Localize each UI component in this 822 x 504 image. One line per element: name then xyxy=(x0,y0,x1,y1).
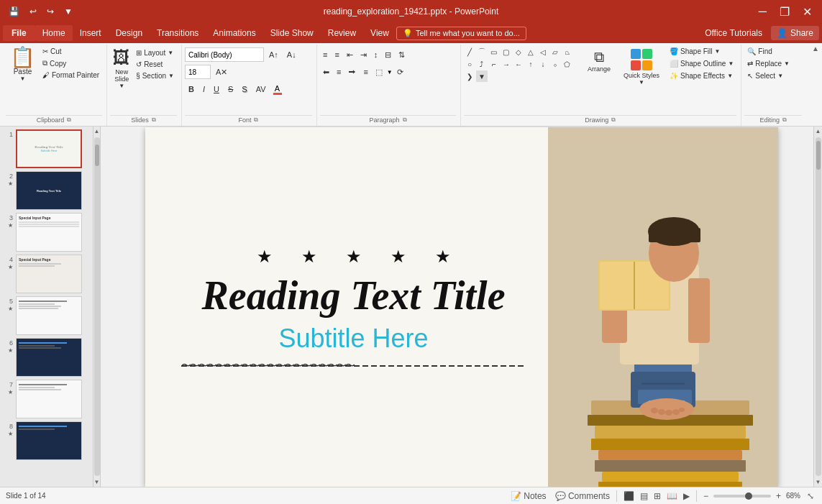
canvas-scroll-thumb[interactable] xyxy=(816,141,821,170)
text-direction-button[interactable]: ⇅ xyxy=(396,47,408,62)
minimize-button[interactable]: ─ xyxy=(754,4,771,19)
canvas-scroll-down[interactable]: ▼ xyxy=(814,477,822,487)
transitions-tab[interactable]: Transitions xyxy=(150,25,206,41)
new-slide-button[interactable]: 🖼 New Slide ▼ xyxy=(110,46,133,91)
quick-styles-button[interactable]: Quick Styles ▼ xyxy=(619,46,664,88)
scroll-down-arrow[interactable]: ▼ xyxy=(93,477,101,487)
slide-panel-scrollbar[interactable]: ▲ ▼ xyxy=(93,127,101,487)
layout-button[interactable]: ⊞ Layout ▼ xyxy=(133,47,177,58)
shape-fill-button[interactable]: 🪣 Shape Fill ▼ xyxy=(667,46,736,57)
chevron-shape[interactable]: ❯ xyxy=(464,70,475,82)
callout-shape[interactable]: ⬦ xyxy=(549,58,561,70)
char-spacing-button[interactable]: AV xyxy=(252,82,270,96)
drawing-label[interactable]: Drawing ⧉ xyxy=(464,115,736,124)
zoom-slider[interactable] xyxy=(713,495,771,498)
arrow-r[interactable]: → xyxy=(501,58,512,70)
canvas-scrollbar[interactable]: ▲ ▼ xyxy=(813,127,822,487)
outline-view-button[interactable]: ▤ xyxy=(638,490,650,502)
animations-tab[interactable]: Animations xyxy=(206,25,262,41)
reset-button[interactable]: ↺ Reset xyxy=(133,59,177,70)
arrow-d[interactable]: ↓ xyxy=(537,58,549,70)
slide-img-4[interactable]: Special Input Page xyxy=(16,255,82,293)
shape-outline-button[interactable]: ⬜ Shape Outline ▼ xyxy=(667,58,736,69)
slide-thumb-4[interactable]: 4★ Special Input Page xyxy=(4,255,88,293)
arrow-l[interactable]: ← xyxy=(513,58,524,70)
line-spacing-button[interactable]: ↕ xyxy=(371,47,381,62)
editing-expand-icon[interactable]: ⧉ xyxy=(782,116,787,124)
replace-button[interactable]: ⇄ Replace ▼ xyxy=(744,58,793,69)
zoom-slider-thumb[interactable] xyxy=(745,492,752,500)
align-left-button[interactable]: ⬅ xyxy=(320,65,332,79)
format-painter-button[interactable]: 🖌 Format Painter xyxy=(40,70,102,81)
zoom-in-button[interactable]: + xyxy=(774,490,783,502)
increase-font-button[interactable]: A↑ xyxy=(265,47,282,62)
slide-show-tab[interactable]: Slide Show xyxy=(263,25,321,41)
tell-me-input[interactable]: 💡 Tell me what you want to do... xyxy=(396,27,526,40)
paste-dropdown-icon[interactable]: ▼ xyxy=(20,75,26,82)
new-slide-dropdown-icon[interactable]: ▼ xyxy=(119,83,124,89)
slide-sorter-button[interactable]: ⊞ xyxy=(652,490,663,502)
justify-button[interactable]: ≡ xyxy=(360,65,370,79)
curve-shape[interactable]: ⌒ xyxy=(476,46,488,58)
select-button[interactable]: ↖ Select ▼ xyxy=(744,70,793,81)
slide-show-button[interactable]: ▶ xyxy=(681,490,692,502)
paragraph-label[interactable]: Paragraph ⧉ xyxy=(320,115,456,124)
find-button[interactable]: 🔍 Find xyxy=(744,46,793,57)
font-label[interactable]: Font ⧉ xyxy=(185,115,312,124)
trap-shape[interactable]: ⏢ xyxy=(562,46,573,58)
section-button[interactable]: § Section ▼ xyxy=(133,70,177,81)
convert-smartart-button[interactable]: ⟳ xyxy=(394,65,406,79)
slide-img-1[interactable]: Reading Text Title Subtitle Here xyxy=(16,129,82,168)
paste-button[interactable]: 📋 Paste ▼ xyxy=(6,46,40,83)
align-right-button[interactable]: ⮕ xyxy=(345,65,359,79)
triangle-shape[interactable]: △ xyxy=(525,46,536,58)
slide-panel[interactable]: 1 Reading Text Title Subtitle Here 2★ Re… xyxy=(0,127,93,487)
slide-img-7[interactable] xyxy=(16,380,82,418)
slide-thumb-2[interactable]: 2★ Reading Text Title xyxy=(4,171,88,210)
line-shape[interactable]: ╱ xyxy=(464,46,475,58)
fit-slide-button[interactable]: ⤡ xyxy=(805,490,816,502)
increase-indent-button[interactable]: ⇥ xyxy=(357,47,370,62)
slide-img-2[interactable]: Reading Text Title xyxy=(16,171,82,210)
canvas-scroll-track[interactable] xyxy=(816,137,821,476)
home-tab[interactable]: Home xyxy=(35,25,73,41)
arrow-u[interactable]: ↑ xyxy=(525,58,536,70)
slide-thumb-6[interactable]: 6★ xyxy=(4,338,88,377)
slide-img-8[interactable] xyxy=(16,421,82,460)
canvas-scroll-up[interactable]: ▲ xyxy=(814,127,822,136)
shadow-button[interactable]: S xyxy=(238,82,250,96)
rect-shape[interactable]: ▭ xyxy=(488,46,500,58)
font-color-picker[interactable]: A xyxy=(271,83,284,96)
slide-img-6[interactable] xyxy=(16,338,82,377)
font-name-input[interactable] xyxy=(185,47,264,62)
more-shapes[interactable]: ▼ xyxy=(476,70,488,82)
slide-left-content[interactable]: ★ ★ ★ ★ ★ Reading Text Title Subtitle He… xyxy=(145,127,562,487)
slide-img-5[interactable] xyxy=(16,296,82,335)
reading-view-button[interactable]: 📖 xyxy=(665,490,680,502)
file-menu[interactable]: File xyxy=(3,25,35,41)
comments-button[interactable]: 💬 Comments xyxy=(553,490,612,502)
slide-canvas[interactable]: ★ ★ ★ ★ ★ Reading Text Title Subtitle He… xyxy=(145,127,778,487)
shape-effects-button[interactable]: ✨ Shape Effects ▼ xyxy=(667,70,736,81)
drawing-expand-icon[interactable]: ⧉ xyxy=(611,116,616,124)
restore-button[interactable]: ❐ xyxy=(775,4,794,20)
slide-subtitle[interactable]: Subtitle Here xyxy=(278,324,428,354)
arrange-button[interactable]: ⧉ Arrange xyxy=(582,46,616,75)
slide-thumb-3[interactable]: 3★ Special Input Page xyxy=(4,213,88,252)
font-expand-icon[interactable]: ⧉ xyxy=(254,116,258,124)
undo-button[interactable]: ↩ xyxy=(27,5,40,18)
arrow-shape[interactable]: ⤴ xyxy=(476,58,488,70)
italic-button[interactable]: I xyxy=(199,82,209,96)
diamond-shape[interactable]: ◇ xyxy=(513,46,524,58)
font-size-input[interactable] xyxy=(185,65,211,79)
align-text-button[interactable]: ⬚ xyxy=(373,65,385,79)
normal-view-button[interactable]: ⬛ xyxy=(621,490,636,502)
close-button[interactable]: ✕ xyxy=(798,4,816,20)
bullets-button[interactable]: ≡ xyxy=(320,47,330,62)
share-button[interactable]: 👤 Share xyxy=(771,26,819,40)
scroll-thumb[interactable] xyxy=(95,145,99,166)
copy-button[interactable]: ⧉ Copy xyxy=(40,58,102,69)
elbow-shape[interactable]: ⌐ xyxy=(488,58,500,70)
editing-label[interactable]: Editing ⧉ xyxy=(744,115,802,124)
slide-thumb-8[interactable]: 8★ xyxy=(4,421,88,460)
